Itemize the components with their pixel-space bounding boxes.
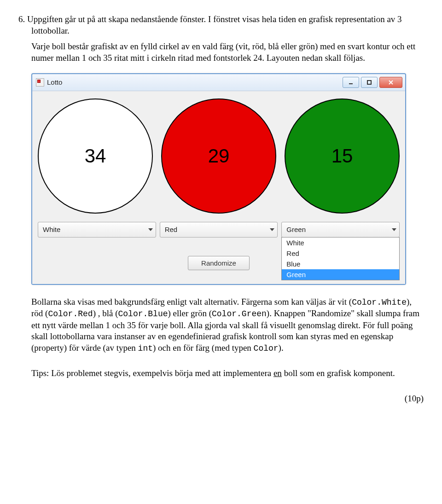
dropdown-option[interactable]: Red bbox=[282, 248, 399, 259]
question-number: 6. bbox=[18, 14, 25, 24]
dropdown-option-selected[interactable]: Green bbox=[282, 269, 399, 280]
lotto-ball: 34 bbox=[38, 98, 153, 214]
combos-row: White Red Green White Red Blue bbox=[38, 222, 400, 238]
points: (10p) bbox=[18, 393, 424, 405]
close-button[interactable] bbox=[379, 77, 402, 88]
chevron-down-icon bbox=[270, 228, 274, 231]
dropdown-option[interactable]: White bbox=[282, 238, 399, 248]
ball-value: 15 bbox=[332, 145, 353, 167]
chevron-down-icon bbox=[148, 228, 153, 231]
combo-value: Green bbox=[286, 226, 306, 233]
code-int: int bbox=[138, 344, 153, 353]
app-icon bbox=[36, 78, 44, 87]
code-color-blue: Color.Blue bbox=[118, 309, 168, 319]
code-color: Color bbox=[254, 344, 279, 353]
combo-wrap: Green White Red Blue Green bbox=[281, 222, 400, 238]
chevron-down-icon bbox=[392, 228, 396, 231]
color-combo-3[interactable]: Green bbox=[281, 222, 400, 238]
combo-value: Red bbox=[165, 226, 178, 233]
ball-value: 29 bbox=[208, 145, 230, 167]
lotto-ball: 29 bbox=[161, 98, 276, 214]
titlebar: Lotto bbox=[32, 74, 405, 91]
combo-wrap: White bbox=[38, 222, 156, 238]
svg-rect-1 bbox=[367, 81, 371, 84]
question-intro: 6. Uppgiften går ut på att skapa nedanst… bbox=[18, 14, 424, 36]
minimize-button[interactable] bbox=[343, 77, 359, 88]
lotto-ball: 15 bbox=[285, 98, 400, 214]
color-combo-2[interactable]: Red bbox=[160, 222, 278, 238]
code-color-red: Color.Red bbox=[48, 309, 93, 319]
color-dropdown[interactable]: White Red Blue Green bbox=[281, 237, 400, 280]
intro-text: Uppgiften går ut på att skapa nedanståen… bbox=[27, 14, 402, 35]
color-combo-1[interactable]: White bbox=[38, 222, 156, 238]
code-color-white: Color.White bbox=[352, 298, 407, 307]
explanation-para: Bollarna ska visas med bakgrundsfärg enl… bbox=[18, 296, 424, 354]
lotto-window: Lotto 34 29 15 bbox=[31, 73, 406, 285]
randomize-button[interactable]: Randomize bbox=[188, 256, 250, 270]
client-area: 34 29 15 White Red bbox=[32, 91, 405, 284]
titlebar-left: Lotto bbox=[36, 78, 62, 87]
code-color-green: Color.Green bbox=[212, 309, 267, 319]
tip-para: Tips: Lös problemet stegvis, exempelvis … bbox=[18, 368, 424, 379]
maximize-button[interactable] bbox=[361, 77, 378, 88]
dropdown-option[interactable]: Blue bbox=[282, 259, 399, 269]
window-title: Lotto bbox=[47, 78, 62, 86]
balls-row: 34 29 15 bbox=[38, 98, 400, 214]
combo-value: White bbox=[43, 226, 60, 233]
window-controls bbox=[343, 77, 402, 88]
description-para: Varje boll består grafiskt av en fylld c… bbox=[18, 41, 424, 64]
ball-value: 34 bbox=[85, 145, 106, 167]
combo-wrap: Red bbox=[160, 222, 278, 238]
underline-en: en bbox=[273, 368, 282, 378]
